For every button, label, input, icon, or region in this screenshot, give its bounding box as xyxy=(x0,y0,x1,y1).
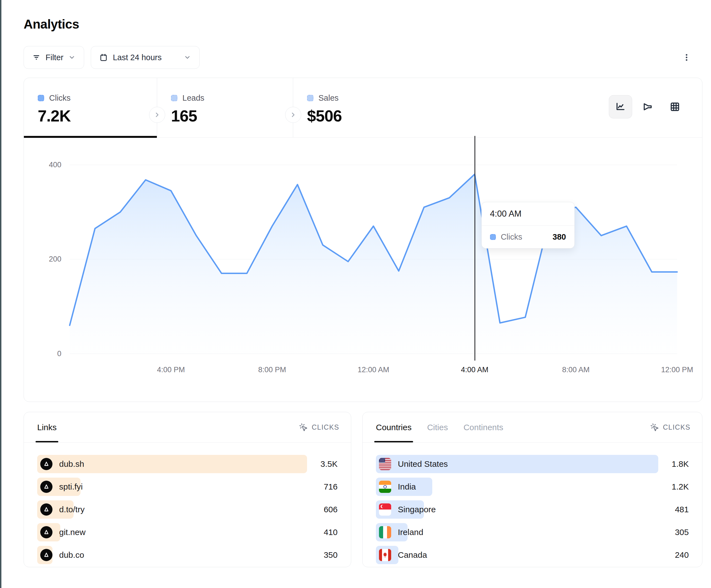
country-row[interactable]: United States 1.8K xyxy=(376,455,689,473)
x-axis-tick: 8:00 AM xyxy=(562,366,590,374)
chevron-down-icon xyxy=(184,54,191,61)
table-view-button[interactable] xyxy=(663,95,687,118)
clicks-legend-swatch xyxy=(38,95,44,101)
clicks-area-chart[interactable]: 400 200 0 4:00 AM xyxy=(70,138,677,359)
leads-tab-label: Leads xyxy=(182,93,204,103)
country-row[interactable]: Ireland 305 xyxy=(376,523,689,541)
tab-sales[interactable]: Sales $506 xyxy=(293,78,429,137)
tab-cities[interactable]: Cities xyxy=(427,412,448,443)
funnel-icon xyxy=(642,101,653,112)
country-label: Canada xyxy=(398,550,427,560)
expand-leads-button[interactable] xyxy=(285,107,301,123)
date-range-label: Last 24 hours xyxy=(113,53,161,62)
continents-tab-label: Continents xyxy=(464,423,503,432)
chart-tooltip: 4:00 AM Clicks 380 xyxy=(481,202,575,249)
link-row[interactable]: spti.fyi 716 xyxy=(37,478,338,496)
sales-tab-label: Sales xyxy=(319,93,339,103)
cursor-click-icon xyxy=(299,423,308,432)
country-label: United States xyxy=(398,459,448,469)
country-row[interactable]: Singapore 481 xyxy=(376,500,689,519)
y-axis-tick: 0 xyxy=(34,349,61,358)
link-label: spti.fyi xyxy=(59,482,83,492)
link-clicks-value: 606 xyxy=(307,505,338,514)
chart-area-fill xyxy=(70,174,677,354)
link-clicks-value: 716 xyxy=(307,482,338,492)
singapore-flag-icon xyxy=(379,503,391,516)
more-options-button[interactable] xyxy=(678,46,695,69)
links-tab-label: Links xyxy=(37,423,57,432)
clicks-tab-label: Clicks xyxy=(49,93,70,103)
sales-legend-swatch xyxy=(307,95,314,101)
link-label: git.new xyxy=(59,527,86,537)
y-axis-tick: 200 xyxy=(34,255,61,264)
us-flag-icon xyxy=(379,458,391,470)
countries-metric-label: CLICKS xyxy=(663,423,690,431)
link-row[interactable]: git.new 410 xyxy=(37,523,338,541)
link-clicks-value: 410 xyxy=(307,527,338,537)
breakdown-panels: Links CLICKS dub.sh xyxy=(24,412,703,567)
country-clicks-value: 240 xyxy=(658,550,689,560)
leads-value: 165 xyxy=(171,107,293,125)
metric-tabs: Clicks 7.2K Leads 165 Sales $506 xyxy=(24,78,702,138)
expand-clicks-button[interactable] xyxy=(149,107,165,123)
dub-logo-icon xyxy=(40,526,52,538)
dub-logo-icon xyxy=(40,481,52,493)
country-clicks-value: 481 xyxy=(658,505,689,514)
filter-icon xyxy=(32,53,41,62)
tooltip-value: 380 xyxy=(553,232,566,242)
chevron-down-icon xyxy=(68,54,76,61)
x-axis-tick: 12:00 AM xyxy=(358,366,389,374)
chart-section: 400 200 0 4:00 AM xyxy=(24,138,702,402)
link-clicks-value: 350 xyxy=(307,550,338,560)
link-label: dub.co xyxy=(59,550,84,560)
cursor-click-icon xyxy=(650,423,659,432)
india-flag-icon xyxy=(379,481,391,493)
clicks-value: 7.2K xyxy=(38,107,157,125)
ireland-flag-icon xyxy=(379,526,391,538)
analytics-page: Analytics Filter Last 24 hours xyxy=(0,0,711,567)
chart-canvas xyxy=(70,138,677,359)
tab-clicks[interactable]: Clicks 7.2K xyxy=(24,78,157,137)
tab-continents[interactable]: Continents xyxy=(464,412,503,443)
table-grid-icon xyxy=(669,101,681,112)
analytics-card: Clicks 7.2K Leads 165 Sales $506 xyxy=(24,78,703,402)
country-clicks-value: 1.8K xyxy=(658,459,689,469)
toolbar: Filter Last 24 hours xyxy=(24,46,703,69)
tab-countries[interactable]: Countries xyxy=(376,412,411,443)
links-metric-selector[interactable]: CLICKS xyxy=(299,423,339,432)
canada-flag-icon xyxy=(379,549,391,561)
sales-value: $506 xyxy=(307,107,429,125)
chevron-right-icon xyxy=(153,111,161,118)
tooltip-series-label: Clicks xyxy=(501,232,522,242)
filter-button[interactable]: Filter xyxy=(24,46,84,69)
x-axis-tick: 4:00 AM xyxy=(461,366,488,374)
link-label: d.to/try xyxy=(59,505,85,514)
countries-panel: Countries Cities Continents CLICKS xyxy=(362,412,703,567)
tooltip-time: 4:00 AM xyxy=(482,202,575,226)
funnel-view-button[interactable] xyxy=(636,95,659,118)
tab-leads[interactable]: Leads 165 xyxy=(157,78,293,137)
date-range-button[interactable]: Last 24 hours xyxy=(91,46,200,69)
link-label: dub.sh xyxy=(59,459,84,469)
line-chart-view-button[interactable] xyxy=(609,95,632,118)
links-panel: Links CLICKS dub.sh xyxy=(24,412,351,567)
x-axis: 4:00 PM 8:00 PM 12:00 AM 4:00 AM 8:00 AM… xyxy=(70,366,677,382)
chevron-right-icon xyxy=(289,111,297,118)
dub-logo-icon xyxy=(40,549,52,561)
countries-tab-label: Countries xyxy=(376,423,411,432)
x-axis-tick: 4:00 PM xyxy=(157,366,185,374)
link-row[interactable]: dub.sh 3.5K xyxy=(37,455,338,473)
clicks-legend-swatch xyxy=(490,234,496,240)
country-row[interactable]: Canada 240 xyxy=(376,546,689,564)
country-clicks-value: 305 xyxy=(658,527,689,537)
link-row[interactable]: dub.co 350 xyxy=(37,546,338,564)
dub-logo-icon xyxy=(40,458,52,470)
link-row[interactable]: d.to/try 606 xyxy=(37,500,338,519)
dub-logo-icon xyxy=(40,503,52,516)
calendar-icon xyxy=(100,53,108,62)
countries-metric-selector[interactable]: CLICKS xyxy=(650,423,690,432)
line-chart-icon xyxy=(615,101,626,112)
cities-tab-label: Cities xyxy=(427,423,448,432)
country-row[interactable]: India 1.2K xyxy=(376,478,689,496)
tab-links[interactable]: Links xyxy=(37,412,57,443)
